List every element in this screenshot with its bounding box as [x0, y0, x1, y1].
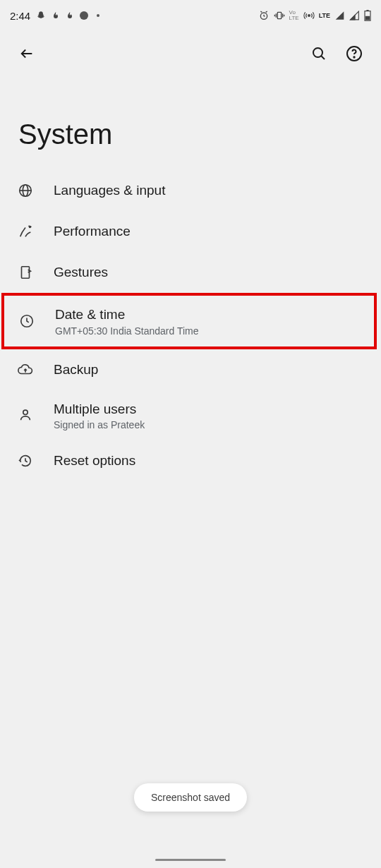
history-icon [17, 453, 34, 469]
vibrate-icon [274, 10, 285, 21]
status-bar-left: 2:44 [10, 10, 99, 22]
svg-rect-4 [366, 10, 368, 11]
cloud-upload-icon [17, 362, 34, 378]
lte-label: LTE [319, 12, 330, 19]
item-label: Languages & input [54, 181, 165, 200]
settings-item-performance[interactable]: Performance [0, 211, 381, 252]
toast-screenshot-saved[interactable]: Screenshot saved [134, 783, 247, 812]
hotspot-icon [303, 10, 315, 21]
settings-item-date-time[interactable]: Date & time GMT+05:30 India Standard Tim… [1, 293, 377, 349]
settings-item-backup[interactable]: Backup [0, 349, 381, 390]
battery-icon [364, 10, 371, 21]
toast-message: Screenshot saved [151, 792, 230, 803]
search-button[interactable] [305, 40, 333, 68]
svg-point-14 [23, 411, 28, 415]
settings-item-languages[interactable]: Languages & input [0, 170, 381, 211]
app-toolbar [0, 31, 381, 76]
item-label: Performance [54, 222, 131, 241]
svg-rect-5 [365, 16, 370, 20]
more-notifications-icon [97, 14, 99, 17]
settings-list: Languages & input Performance Gestures D… [0, 170, 381, 481]
svg-point-8 [353, 56, 354, 57]
settings-item-reset-options[interactable]: Reset options [0, 440, 381, 481]
status-bar-right: Vo LTE LTE [258, 10, 371, 21]
help-icon [346, 45, 363, 62]
globe-icon [17, 183, 34, 198]
item-subtitle: Signed in as Prateek [54, 419, 145, 430]
svg-rect-1 [277, 12, 281, 18]
volte-icon: Vo LTE [289, 10, 299, 21]
alarm-icon [258, 10, 270, 21]
signal-icon-secondary [349, 11, 360, 20]
clock-icon [18, 313, 35, 329]
item-label: Date & time [55, 306, 199, 324]
flame-icon [52, 11, 60, 20]
back-button[interactable] [13, 40, 41, 68]
flame-icon [66, 11, 74, 20]
settings-item-gestures[interactable]: Gestures [0, 252, 381, 293]
arrow-left-icon [19, 46, 35, 61]
item-label: Gestures [54, 263, 108, 282]
notification-dot-icon [80, 11, 88, 20]
item-subtitle: GMT+05:30 India Standard Time [55, 325, 199, 337]
item-label: Reset options [54, 452, 135, 470]
snapchat-icon [36, 11, 46, 20]
person-icon [17, 407, 34, 423]
signal-icon [334, 11, 345, 20]
item-label: Backup [54, 361, 98, 379]
svg-point-2 [308, 15, 310, 17]
status-bar: 2:44 Vo LTE LTE [0, 0, 381, 31]
settings-item-multiple-users[interactable]: Multiple users Signed in as Prateek [0, 390, 381, 441]
status-time: 2:44 [10, 10, 30, 22]
page-title: System [0, 76, 381, 170]
svg-point-6 [313, 48, 322, 57]
help-button[interactable] [340, 40, 368, 68]
item-label: Multiple users [54, 400, 145, 418]
gesture-nav-handle[interactable] [155, 859, 226, 861]
gestures-icon [17, 265, 34, 280]
performance-icon [17, 224, 34, 239]
search-icon [310, 45, 327, 62]
